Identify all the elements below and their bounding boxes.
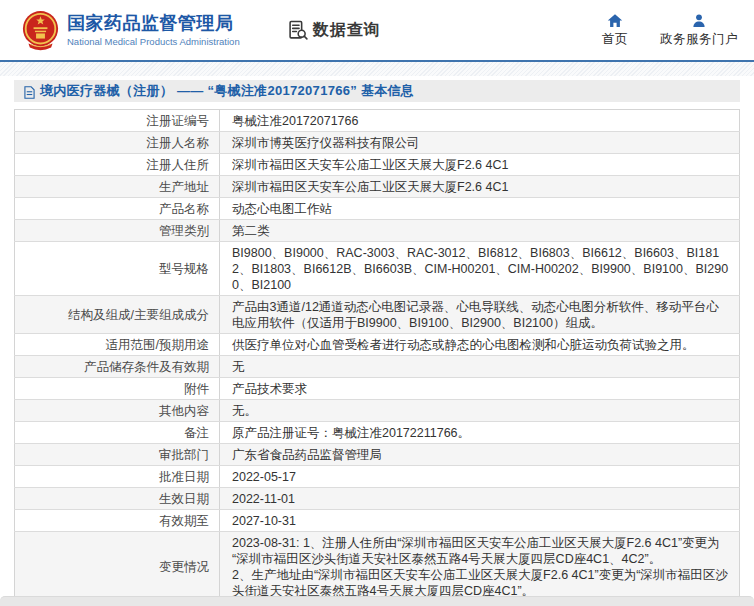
row-label: 备注	[15, 422, 220, 444]
table-row: 变更情况2023-08-31: 1、注册人住所由“深圳市福田区天安车公庙工业区天…	[15, 532, 740, 602]
table-row: 其他内容无。	[15, 400, 740, 422]
row-label: 注册证编号	[15, 110, 220, 132]
page-title: 境内医疗器械（注册） —— “粤械注准20172071766” 基本信息	[40, 82, 414, 100]
org-name-cn: 国家药品监督管理局	[67, 12, 240, 34]
row-value: 广东省食品药品监督管理局	[220, 444, 740, 466]
table-row: 管理类别第二类	[15, 220, 740, 242]
national-emblem-logo	[22, 10, 59, 51]
row-label: 注册人名称	[15, 132, 220, 154]
brand-text: 国家药品监督管理局 National Medical Products Admi…	[67, 12, 240, 48]
nav-gov-portal[interactable]: 政务服务门户	[660, 13, 738, 48]
row-value: BI9800、BI9000、RAC-3003、RAC-3012、BI6812、B…	[220, 242, 740, 296]
row-label: 批准日期	[15, 466, 220, 488]
row-label: 型号规格	[15, 242, 220, 296]
row-value: 粤械注准20172071766	[220, 110, 740, 132]
data-query-search-icon	[288, 20, 309, 41]
header: 国家药品监督管理局 National Medical Products Admi…	[0, 0, 754, 60]
table-row: 有效期至2027-10-31	[15, 510, 740, 532]
row-value: 深圳市福田区天安车公庙工业区天展大厦F2.6 4C1	[220, 154, 740, 176]
row-value: 深圳市福田区天安车公庙工业区天展大厦F2.6 4C1	[220, 176, 740, 198]
row-label: 其他内容	[15, 400, 220, 422]
row-label: 管理类别	[15, 220, 220, 242]
table-row: 生产地址深圳市福田区天安车公庙工业区天展大厦F2.6 4C1	[15, 176, 740, 198]
org-name-en: National Medical Products Administration	[67, 35, 240, 48]
row-value: 深圳市博英医疗仪器科技有限公司	[220, 132, 740, 154]
table-row: 注册人名称深圳市博英医疗仪器科技有限公司	[15, 132, 740, 154]
row-label: 产品储存条件及有效期	[15, 356, 220, 378]
footer-bar	[0, 596, 754, 606]
info-table: 注册证编号粤械注准20172071766注册人名称深圳市博英医疗仪器科技有限公司…	[14, 109, 740, 606]
row-value: 无	[220, 356, 740, 378]
row-label: 生效日期	[15, 488, 220, 510]
row-value: 2022-11-01	[220, 488, 740, 510]
row-value: 产品技术要求	[220, 378, 740, 400]
row-label: 注册人住所	[15, 154, 220, 176]
table-row: 备注原产品注册证号：粤械注准20172211766。	[15, 422, 740, 444]
table-row: 附件产品技术要求	[15, 378, 740, 400]
row-value: 第二类	[220, 220, 740, 242]
brand[interactable]: 国家药品监督管理局 National Medical Products Admi…	[22, 10, 240, 51]
row-label: 生产地址	[15, 176, 220, 198]
page: 国家药品监督管理局 National Medical Products Admi…	[0, 0, 754, 606]
row-value: 2027-10-31	[220, 510, 740, 532]
home-icon	[607, 13, 623, 29]
row-value: 动态心电图工作站	[220, 198, 740, 220]
row-label: 结构及组成/主要组成成分	[15, 296, 220, 334]
table-row: 生效日期2022-11-01	[15, 488, 740, 510]
table-row: 型号规格BI9800、BI9000、RAC-3003、RAC-3012、BI68…	[15, 242, 740, 296]
pattern-strip	[0, 62, 754, 76]
row-label: 适用范围/预期用途	[15, 334, 220, 356]
table-row: 批准日期2022-05-17	[15, 466, 740, 488]
row-value: 2023-08-31: 1、注册人住所由“深圳市福田区天安车公庙工业区天展大厦F…	[220, 532, 740, 602]
row-value: 产品由3通道/12通道动态心电图记录器、心电导联线、动态心电图分析软件、移动平台…	[220, 296, 740, 334]
row-label: 变更情况	[15, 532, 220, 602]
row-value: 无。	[220, 400, 740, 422]
row-value: 2022-05-17	[220, 466, 740, 488]
nav-home[interactable]: 首页	[602, 13, 628, 48]
nav-home-label: 首页	[602, 31, 628, 48]
row-value: 供医疗单位对心血管受检者进行动态或静态的心电图检测和心脏运动负荷试验之用。	[220, 334, 740, 356]
data-query-tab[interactable]: 数据查询	[288, 20, 381, 41]
top-nav: 首页 政务服务门户	[602, 13, 738, 48]
document-icon	[24, 85, 35, 98]
main-content: 境内医疗器械（注册） —— “粤械注准20172071766” 基本信息 注册证…	[14, 80, 740, 606]
table-row: 注册人住所深圳市福田区天安车公庙工业区天展大厦F2.6 4C1	[15, 154, 740, 176]
person-icon	[691, 13, 707, 29]
table-row: 产品储存条件及有效期无	[15, 356, 740, 378]
row-label: 附件	[15, 378, 220, 400]
row-label: 审批部门	[15, 444, 220, 466]
nav-gov-portal-label: 政务服务门户	[660, 31, 738, 48]
data-query-label: 数据查询	[313, 20, 381, 41]
row-label: 有效期至	[15, 510, 220, 532]
table-row: 审批部门广东省食品药品监督管理局	[15, 444, 740, 466]
row-value: 原产品注册证号：粤械注准20172211766。	[220, 422, 740, 444]
page-title-bar: 境内医疗器械（注册） —— “粤械注准20172071766” 基本信息	[14, 80, 740, 102]
table-row: 注册证编号粤械注准20172071766	[15, 110, 740, 132]
table-row: 适用范围/预期用途供医疗单位对心血管受检者进行动态或静态的心电图检测和心脏运动负…	[15, 334, 740, 356]
row-label: 产品名称	[15, 198, 220, 220]
table-row: 产品名称动态心电图工作站	[15, 198, 740, 220]
table-row: 结构及组成/主要组成成分产品由3通道/12通道动态心电图记录器、心电导联线、动态…	[15, 296, 740, 334]
